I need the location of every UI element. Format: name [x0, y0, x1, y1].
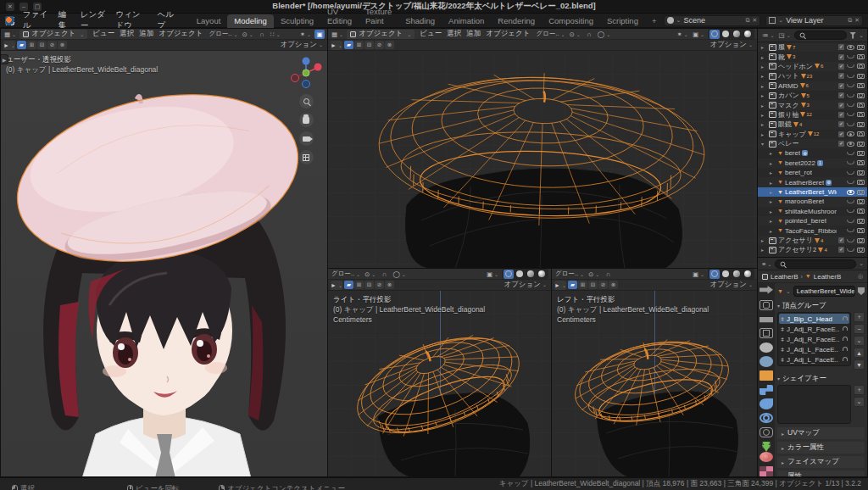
- shape-key-specials-button[interactable]: ⌄: [854, 397, 865, 407]
- exclude-checkbox[interactable]: ✓: [838, 112, 844, 118]
- select-invert-icon[interactable]: ⊘: [375, 41, 384, 49]
- expand-arrow-icon[interactable]: ▸: [770, 170, 776, 175]
- hide-in-viewport-eye-icon[interactable]: [847, 64, 854, 68]
- shading-material-icon[interactable]: [732, 30, 742, 39]
- select-intersect-icon[interactable]: ⊗: [385, 281, 394, 289]
- hide-in-viewport-eye-icon[interactable]: [847, 220, 854, 223]
- outliner-row[interactable]: ▸ ▼ ヘッドホン 6 ✓: [758, 62, 867, 71]
- navigation-gizmo[interactable]: [289, 56, 323, 90]
- lock-icon[interactable]: [843, 337, 848, 341]
- select-new-icon[interactable]: ▰: [344, 281, 353, 289]
- disable-in-render-camera-icon[interactable]: [857, 131, 865, 136]
- exclude-checkbox[interactable]: ✓: [838, 247, 844, 253]
- transform-orientation-dropdown[interactable]: グロー..: [554, 270, 585, 279]
- disable-in-render-camera-icon[interactable]: [857, 64, 865, 69]
- shading-solid-icon[interactable]: [721, 30, 731, 39]
- pivot-point-dropdown[interactable]: ⊙: [242, 30, 254, 39]
- snapping-dropdown[interactable]: ∷: [270, 30, 281, 39]
- properties-tab-icon[interactable]: [760, 314, 773, 324]
- pivot-point-dropdown[interactable]: ⊙: [569, 30, 581, 39]
- properties-search[interactable]: [775, 259, 856, 269]
- exclude-checkbox[interactable]: ✓: [838, 83, 844, 89]
- vertex-group-row[interactable]: ǂ J_Bip_C_Head: [779, 314, 849, 324]
- transform-orientation-dropdown[interactable]: グロー..: [208, 30, 238, 39]
- viewport-menu-item[interactable]: オブジェクト: [156, 29, 205, 39]
- outliner-row[interactable]: ▸ ▼ 眼鏡 4 ✓: [758, 120, 867, 129]
- exclude-checkbox[interactable]: ✓: [838, 64, 844, 70]
- unlink-scene-icon[interactable]: ✕: [752, 17, 757, 24]
- hide-in-viewport-eye-icon[interactable]: [847, 75, 854, 78]
- hide-in-viewport-eye-icon[interactable]: [847, 84, 854, 87]
- disable-in-render-camera-icon[interactable]: [857, 122, 865, 127]
- exclude-checkbox[interactable]: ✓: [838, 121, 844, 127]
- mode-selector[interactable]: オブジェクト: [347, 30, 415, 39]
- outliner-row[interactable]: ▸ ▼ shiitakeMushroomB ✓: [758, 207, 867, 216]
- disable-in-render-camera-icon[interactable]: [857, 209, 865, 214]
- lock-icon[interactable]: [843, 326, 848, 331]
- shading-material-icon[interactable]: [732, 270, 742, 279]
- outliner-row[interactable]: ▸ ▼ pointed_beret ✓: [758, 216, 867, 226]
- properties-tab-icon[interactable]: [760, 452, 773, 462]
- select-extend-icon[interactable]: ⊞: [354, 281, 364, 289]
- select-subtract-icon[interactable]: ⊟: [588, 281, 598, 289]
- disable-in-render-camera-icon[interactable]: [857, 219, 865, 224]
- properties-editor-type-icon[interactable]: ≡: [761, 259, 772, 269]
- properties-tab-icon[interactable]: [760, 413, 773, 423]
- add-vertex-group-button[interactable]: ＋: [854, 312, 865, 322]
- transform-orientation-dropdown[interactable]: グロー..: [331, 270, 361, 279]
- properties-tab-icon[interactable]: [760, 342, 773, 353]
- expand-arrow-icon[interactable]: ▸: [770, 198, 776, 204]
- vertex-group-specials-button[interactable]: ⌄: [854, 336, 865, 346]
- select-new-icon[interactable]: ▰: [17, 41, 26, 49]
- blender-logo-icon[interactable]: [5, 16, 14, 25]
- hide-in-viewport-eye-icon[interactable]: [847, 123, 854, 126]
- hide-in-viewport-eye-icon[interactable]: [847, 209, 854, 213]
- disable-in-render-camera-icon[interactable]: [857, 248, 865, 253]
- hide-in-viewport-eye-icon[interactable]: [847, 113, 854, 116]
- hide-in-viewport-eye-icon[interactable]: [847, 131, 854, 136]
- properties-tab-icon[interactable]: [760, 466, 773, 476]
- shading-wireframe-icon[interactable]: [709, 30, 720, 39]
- hide-in-viewport-eye-icon[interactable]: [847, 45, 854, 50]
- expand-arrow-icon[interactable]: ▸: [761, 44, 767, 50]
- snap-magnet-icon[interactable]: ∩: [379, 270, 389, 279]
- gizmos-dropdown[interactable]: ✶: [299, 30, 312, 39]
- move-group-down-button[interactable]: ▼: [854, 359, 865, 370]
- disable-in-render-camera-icon[interactable]: [857, 54, 865, 59]
- disable-in-render-camera-icon[interactable]: [857, 228, 865, 233]
- expand-arrow-icon[interactable]: ▸: [761, 247, 767, 253]
- expand-arrow-icon[interactable]: ▸: [761, 131, 767, 137]
- exclude-checkbox[interactable]: ✓: [838, 73, 844, 79]
- vertex-group-row[interactable]: ǂ J_Adj_R_FaceE..: [779, 334, 849, 344]
- overlays-dropdown[interactable]: ▣: [486, 270, 499, 279]
- expand-arrow-icon[interactable]: ▸: [761, 73, 767, 79]
- outliner-display-mode-icon[interactable]: ≔: [761, 31, 776, 40]
- exclude-checkbox[interactable]: ✓: [838, 44, 844, 50]
- shape-keys-panel-header[interactable]: ▾シェイプキー: [777, 373, 865, 384]
- workspace-tab[interactable]: Texture Paint: [359, 5, 398, 28]
- hide-in-viewport-eye-icon[interactable]: [847, 239, 854, 242]
- hide-in-viewport-eye-icon[interactable]: [847, 152, 854, 155]
- breadcrumb-object[interactable]: LeatherB: [771, 273, 798, 281]
- exclude-checkbox[interactable]: ✓: [838, 237, 844, 243]
- outliner-row[interactable]: ▸ ▼ カバン 5 ✓: [758, 91, 867, 100]
- filter-funnel-icon[interactable]: [849, 32, 856, 39]
- workspace-tab[interactable]: Scripting: [600, 14, 645, 28]
- expand-arrow-icon[interactable]: ▸: [761, 121, 767, 127]
- outliner-row[interactable]: ▸ ▼ キャップ 12 ✓: [758, 130, 867, 139]
- viewport-menu-item[interactable]: 選択: [117, 29, 136, 39]
- expand-arrow-icon[interactable]: ▸: [761, 83, 767, 89]
- mesh-data-name-field[interactable]: LeatherBeret_WideBelt_dia...: [793, 286, 855, 297]
- proportional-edit-icon[interactable]: ◯: [597, 30, 611, 39]
- hide-in-viewport-eye-icon[interactable]: [847, 248, 854, 252]
- expand-arrow-icon[interactable]: ▸: [761, 237, 767, 243]
- outliner-row[interactable]: ▸ ▼ LeatherBeret ⚙ ✓: [758, 177, 867, 187]
- disable-in-render-camera-icon[interactable]: [857, 238, 865, 243]
- select-invert-icon[interactable]: ⊘: [598, 281, 608, 289]
- collapsed-panel-header[interactable]: ▸フェイスマップ: [777, 456, 865, 468]
- properties-tab-icon[interactable]: [760, 370, 773, 381]
- workspace-tab[interactable]: Sculpting: [274, 14, 320, 28]
- lock-icon[interactable]: [843, 357, 848, 361]
- shading-solid-icon[interactable]: [721, 270, 731, 279]
- hide-in-viewport-eye-icon[interactable]: [847, 161, 854, 164]
